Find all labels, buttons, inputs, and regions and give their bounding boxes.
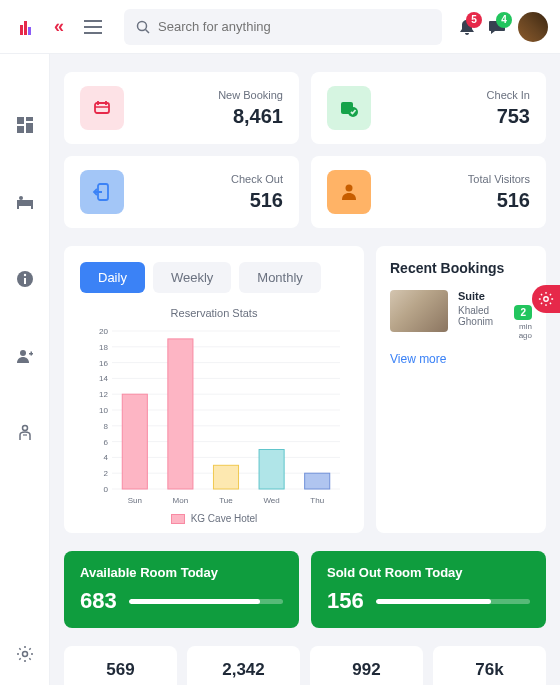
user-avatar[interactable] [518, 12, 548, 42]
availability-row: Available Room Today 683 Sold Out Room T… [64, 551, 546, 628]
totals-row: 569 Total Concierge 2,342 Total Customer… [64, 646, 546, 685]
total-value: 992 [318, 660, 415, 680]
booking-room: Suite [458, 290, 532, 302]
bell-badge: 5 [466, 12, 482, 28]
chart-title: Reservation Stats [80, 307, 348, 319]
search-icon [136, 20, 150, 34]
sold-out-room-card[interactable]: Sold Out Room Today 156 [311, 551, 546, 628]
svg-text:Thu: Thu [310, 496, 324, 505]
svg-rect-8 [17, 117, 24, 124]
visitors-icon [327, 170, 371, 214]
total-transaction-card[interactable]: 76k Total Transaction [433, 646, 546, 685]
sidebar-item-settings[interactable] [14, 643, 36, 665]
booking-thumbnail [390, 290, 448, 332]
svg-text:Tue: Tue [219, 496, 233, 505]
svg-text:Wed: Wed [263, 496, 279, 505]
booking-item[interactable]: Suite Khaled Ghonim 2 minago [390, 290, 532, 340]
svg-text:16: 16 [99, 359, 108, 368]
svg-text:2: 2 [104, 469, 109, 478]
chart-legend: KG Cave Hotel [80, 513, 348, 524]
stat-card-check-in[interactable]: Check In 753 [311, 72, 546, 144]
svg-rect-12 [17, 200, 33, 206]
svg-point-65 [544, 297, 548, 301]
stat-card-new-booking[interactable]: New Booking 8,461 [64, 72, 299, 144]
info-icon [16, 270, 34, 288]
stat-label: New Booking [138, 89, 283, 101]
bed-icon [16, 193, 34, 211]
svg-rect-21 [30, 352, 32, 356]
sidebar [0, 54, 50, 685]
concierge-icon [16, 424, 34, 442]
checkin-icon [327, 86, 371, 130]
green-label: Sold Out Room Today [327, 565, 530, 580]
booking-time-suffix: minago [514, 322, 532, 340]
svg-rect-61 [259, 450, 284, 490]
svg-rect-2 [28, 27, 31, 35]
chart-area: Reservation Stats 02468101214161820SunMo… [80, 307, 348, 517]
svg-text:10: 10 [99, 406, 108, 415]
total-customer-card[interactable]: 2,342 Total Customer [187, 646, 300, 685]
notifications-button[interactable]: 5 [458, 18, 476, 36]
svg-rect-0 [20, 25, 23, 35]
svg-point-15 [19, 196, 23, 200]
view-more-link[interactable]: View more [390, 352, 532, 366]
total-concierge-card[interactable]: 569 Total Concierge [64, 646, 177, 685]
chat-badge: 4 [496, 12, 512, 28]
search-box[interactable] [124, 9, 442, 45]
svg-line-7 [146, 29, 150, 33]
stat-value: 753 [385, 105, 530, 128]
available-room-card[interactable]: Available Room Today 683 [64, 551, 299, 628]
bookings-title: Recent Bookings [390, 260, 532, 276]
tab-daily[interactable]: Daily [80, 262, 145, 293]
sidebar-item-dashboard[interactable] [14, 114, 36, 136]
stat-value: 8,461 [138, 105, 283, 128]
svg-text:8: 8 [104, 422, 109, 431]
svg-text:18: 18 [99, 343, 108, 352]
svg-text:Mon: Mon [173, 496, 189, 505]
dashboard-icon [16, 116, 34, 134]
stat-value: 516 [138, 189, 283, 212]
svg-rect-13 [17, 206, 19, 209]
recent-bookings-panel: Recent Bookings Suite Khaled Ghonim 2 mi… [376, 246, 546, 533]
total-value: 76k [441, 660, 538, 680]
booking-icon [80, 86, 124, 130]
svg-point-22 [22, 426, 27, 431]
tab-weekly[interactable]: Weekly [153, 262, 231, 293]
sidebar-item-info[interactable] [14, 268, 36, 290]
svg-text:20: 20 [99, 327, 108, 336]
svg-text:6: 6 [104, 438, 109, 447]
progress-bar [129, 599, 283, 604]
hamburger-menu-button[interactable] [78, 20, 108, 34]
svg-point-32 [346, 185, 353, 192]
legend-swatch [171, 514, 185, 524]
total-room-card[interactable]: 992 Total Room [310, 646, 423, 685]
chart-row: Daily Weekly Monthly Reservation Stats 0… [64, 246, 546, 533]
sidebar-item-rooms[interactable] [14, 191, 36, 213]
checkout-icon [80, 170, 124, 214]
reservation-chart: 02468101214161820SunMonTueWedThu [80, 327, 348, 507]
progress-bar [376, 599, 530, 604]
svg-rect-18 [24, 278, 26, 284]
booking-guest: Khaled Ghonim [458, 305, 510, 327]
top-bar: « 5 4 [0, 0, 560, 54]
sidebar-item-concierge[interactable] [14, 422, 36, 444]
svg-text:14: 14 [99, 374, 108, 383]
time-badge: 2 [514, 305, 532, 320]
users-icon [16, 347, 34, 365]
svg-point-19 [20, 350, 26, 356]
logo[interactable] [12, 13, 40, 41]
messages-button[interactable]: 4 [488, 18, 506, 36]
tab-monthly[interactable]: Monthly [239, 262, 321, 293]
svg-rect-57 [168, 339, 193, 489]
stat-card-visitors[interactable]: Total Visitors 516 [311, 156, 546, 228]
stat-card-check-out[interactable]: Check Out 516 [64, 156, 299, 228]
svg-rect-25 [95, 103, 109, 113]
gear-icon [538, 291, 554, 307]
main-content: New Booking 8,461 Check In 753 Check Out… [50, 54, 560, 685]
theme-settings-button[interactable] [532, 285, 560, 313]
collapse-sidebar-button[interactable]: « [48, 16, 70, 37]
search-input[interactable] [158, 19, 430, 34]
sidebar-item-users[interactable] [14, 345, 36, 367]
legend-label: KG Cave Hotel [191, 513, 258, 524]
svg-rect-10 [26, 123, 33, 133]
